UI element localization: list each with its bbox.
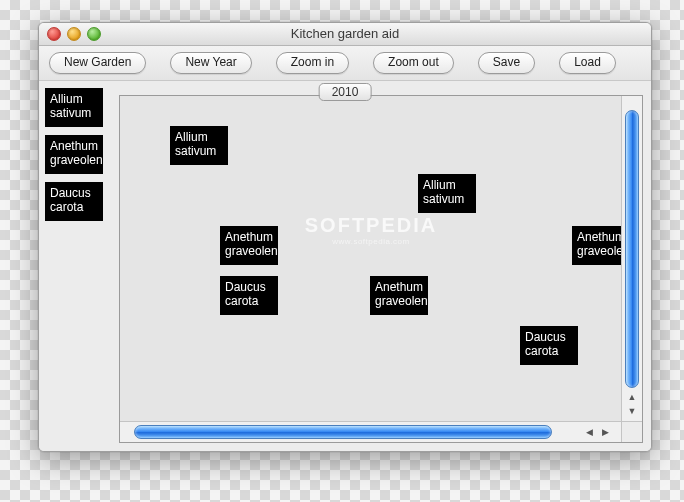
year-tab[interactable]: 2010 bbox=[319, 83, 372, 101]
canvas-tile[interactable]: Daucus carota bbox=[220, 276, 278, 315]
scroll-right-icon[interactable]: ▶ bbox=[600, 427, 610, 437]
load-button[interactable]: Load bbox=[559, 52, 616, 74]
canvas-tile[interactable]: Anethum graveolens bbox=[220, 226, 278, 265]
scroll-left-icon[interactable]: ◀ bbox=[584, 427, 594, 437]
watermark: SOFTPEDIA www.softpedia.com bbox=[305, 214, 437, 246]
toolbar: New Garden New Year Zoom in Zoom out Sav… bbox=[39, 46, 651, 81]
new-garden-button[interactable]: New Garden bbox=[49, 52, 146, 74]
palette-tile[interactable]: Daucus carota bbox=[45, 182, 103, 221]
canvas-tile[interactable]: Anethum graveolens bbox=[572, 226, 622, 265]
window-title: Kitchen garden aid bbox=[291, 26, 399, 41]
vertical-scrollbar[interactable]: ▲ ▼ bbox=[621, 96, 642, 422]
close-icon[interactable] bbox=[47, 27, 61, 41]
new-year-button[interactable]: New Year bbox=[170, 52, 251, 74]
zoom-in-button[interactable]: Zoom in bbox=[276, 52, 349, 74]
traffic-lights bbox=[47, 27, 101, 41]
content-area: 2010 Allium sativumAnethum graveolensDau… bbox=[39, 81, 651, 451]
scroll-corner bbox=[621, 421, 642, 442]
titlebar[interactable]: Kitchen garden aid bbox=[39, 23, 651, 46]
garden-canvas[interactable]: SOFTPEDIA www.softpedia.com Allium sativ… bbox=[120, 96, 622, 422]
scroll-down-icon[interactable]: ▼ bbox=[623, 406, 641, 416]
palette-tile[interactable]: Anethum graveolens bbox=[45, 135, 103, 174]
desktop-backdrop: Kitchen garden aid New Garden New Year Z… bbox=[0, 0, 684, 502]
zoom-icon[interactable] bbox=[87, 27, 101, 41]
canvas-frame: SOFTPEDIA www.softpedia.com Allium sativ… bbox=[119, 95, 643, 443]
scroll-up-icon[interactable]: ▲ bbox=[623, 392, 641, 402]
horizontal-scroll-thumb[interactable] bbox=[134, 425, 552, 439]
canvas-tile[interactable]: Allium sativum bbox=[418, 174, 476, 213]
vertical-scroll-thumb[interactable] bbox=[625, 110, 639, 388]
species-palette: Allium sativumAnethum graveolensDaucus c… bbox=[45, 88, 103, 221]
canvas-tile[interactable]: Allium sativum bbox=[170, 126, 228, 165]
palette-tile[interactable]: Allium sativum bbox=[45, 88, 103, 127]
minimize-icon[interactable] bbox=[67, 27, 81, 41]
canvas-tile[interactable]: Daucus carota bbox=[520, 326, 578, 365]
zoom-out-button[interactable]: Zoom out bbox=[373, 52, 454, 74]
save-button[interactable]: Save bbox=[478, 52, 535, 74]
app-window: Kitchen garden aid New Garden New Year Z… bbox=[38, 22, 652, 452]
horizontal-scrollbar[interactable]: ◀ ▶ bbox=[120, 421, 622, 442]
canvas-tile[interactable]: Anethum graveolens bbox=[370, 276, 428, 315]
